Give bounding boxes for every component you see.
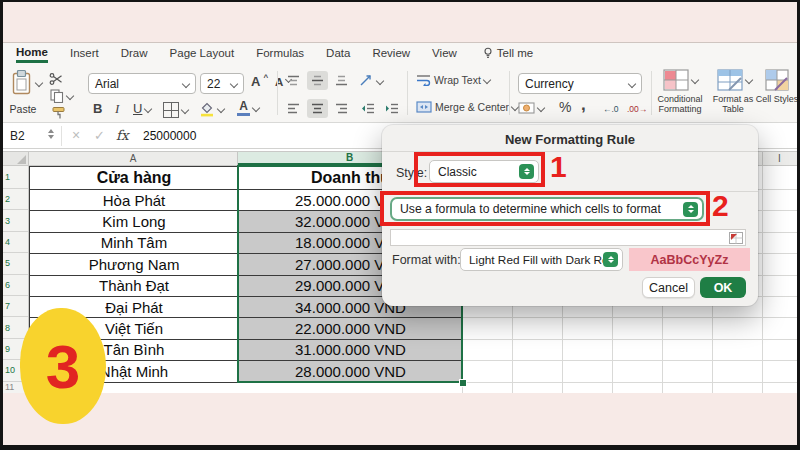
name-box[interactable]: B2 [10,129,25,143]
store-name: Tân Bình [104,341,165,358]
cell-a3[interactable]: Kim Long [30,211,239,232]
cancel-button[interactable]: Cancel [642,277,695,298]
column-header-i[interactable]: I [762,152,797,165]
cancel-entry-icon[interactable]: × [72,127,80,143]
format-as-table-button[interactable] [717,69,752,91]
borders-chevron[interactable] [181,106,189,114]
align-right-button[interactable] [335,103,348,114]
row-header-3[interactable]: 3 [3,210,28,231]
format-painter-button[interactable] [52,106,66,120]
tab-draw[interactable]: Draw [121,43,148,63]
underline-chevron[interactable] [144,104,152,112]
italic-button[interactable]: I [115,101,119,117]
format-with-dropdown[interactable]: Light Red Fill with Dark Red T... [460,248,623,271]
percent-style-button[interactable]: % [559,99,571,115]
borders-button[interactable] [163,102,188,118]
column-header-a[interactable]: A [29,152,238,165]
tab-review[interactable]: Review [372,43,410,63]
tab-page-layout[interactable]: Page Layout [170,43,235,63]
tab-view[interactable]: View [432,43,457,63]
align-bottom-button[interactable] [335,75,348,86]
store-name: Việt Tiến [105,320,163,337]
paste-button[interactable] [11,69,42,96]
tab-formulas[interactable]: Formulas [256,43,304,63]
increase-indent-button[interactable] [385,103,399,114]
cell-a4[interactable]: Minh Tâm [30,233,239,254]
annotation-number-1: 1 [550,150,567,184]
cell-a2[interactable]: Hòa Phát [30,190,239,211]
number-format-select[interactable]: Currency [518,73,642,94]
cell-a5[interactable]: Phương Nam [30,254,239,275]
ok-button[interactable]: OK [700,277,746,298]
select-all-corner[interactable] [3,152,29,165]
row-header-7[interactable]: 7 [3,296,28,317]
copy-dropdown-chevron[interactable] [66,92,74,100]
merge-center-button[interactable]: Merge & Center [416,101,518,113]
formula-input[interactable] [390,229,746,246]
orientation-chevron[interactable] [376,76,384,84]
font-size-chevron [230,79,238,87]
fill-handle[interactable] [459,379,467,387]
align-middle-button[interactable] [307,71,328,90]
wrap-text-chevron[interactable] [483,76,491,84]
formula-bar-value[interactable]: 25000000 [143,129,196,143]
wrap-text-button[interactable]: Wrap Text [416,74,490,86]
align-center-button[interactable] [307,99,328,118]
cell-a1[interactable]: Cửa hàng [30,167,239,190]
wrap-text-icon [416,74,431,86]
bold-button[interactable]: B [93,101,102,116]
row-number: 1 [5,172,10,182]
align-top-button[interactable] [287,75,300,86]
increase-decimal-button[interactable]: ←.0 [603,104,619,114]
cut-button[interactable] [49,72,72,86]
enter-entry-icon[interactable]: ✓ [94,128,105,143]
format-as-table-chevron[interactable] [745,76,753,84]
row-header-2[interactable]: 2 [3,189,28,210]
copy-button[interactable] [50,89,73,103]
store-name: Hòa Phát [103,192,166,209]
underline-button[interactable]: U [133,101,151,116]
font-color-chevron[interactable] [252,104,260,112]
cell-b8[interactable]: 22.000.000 VND [239,318,463,339]
cell-a6[interactable]: Thành Đạt [30,276,239,297]
cell-styles-button[interactable] [765,69,789,91]
column-b-label: B [346,152,353,163]
row-header-5[interactable]: 5 [3,253,28,274]
decrease-indent-button[interactable] [361,103,375,114]
fx-icon[interactable]: fx [116,127,129,143]
row-number: 7 [5,301,10,311]
tab-insert[interactable]: Insert [70,43,99,63]
font-size-select[interactable]: 22 [200,73,244,94]
accounting-format-button[interactable] [518,101,544,115]
fill-color-button[interactable] [199,100,224,117]
increase-font-button[interactable]: A^ [251,74,268,89]
align-left-button[interactable] [287,103,300,114]
range-picker-icon[interactable] [729,232,743,244]
conditional-formatting-chevron[interactable] [691,76,699,84]
cell-b10[interactable]: 28.000.000 VND [239,361,463,382]
row-header-6[interactable]: 6 [3,275,28,296]
conditional-formatting-button[interactable] [663,69,698,91]
clipboard-icon [11,69,33,96]
column-i-label: I [778,153,781,164]
cell-b9[interactable]: 31.000.000 VND [239,340,463,361]
fill-color-chevron[interactable] [217,104,225,112]
tab-home[interactable]: Home [16,43,48,63]
decrease-decimal-button[interactable]: .00→ [627,104,647,114]
annotation-number-3: 3 [46,331,80,402]
row-header-4[interactable]: 4 [3,232,28,253]
paste-label: Paste [5,103,41,115]
name-box-stepper[interactable] [48,129,54,139]
font-color-button[interactable]: A [237,100,259,116]
font-name-select[interactable]: Arial [88,73,196,94]
accounting-chevron[interactable] [537,104,545,112]
formula-bar-divider [61,126,62,146]
comma-style-button[interactable]: , [581,95,586,115]
row-header-1[interactable]: 1 [3,166,28,189]
tab-data[interactable]: Data [326,43,350,63]
tell-me-box[interactable]: Tell me [483,43,533,63]
orientation-button[interactable] [359,74,383,87]
revenue-value: 28.000.000 VND [295,363,406,380]
paste-dropdown-chevron[interactable] [35,78,43,86]
font-size-value: 22 [207,77,220,91]
